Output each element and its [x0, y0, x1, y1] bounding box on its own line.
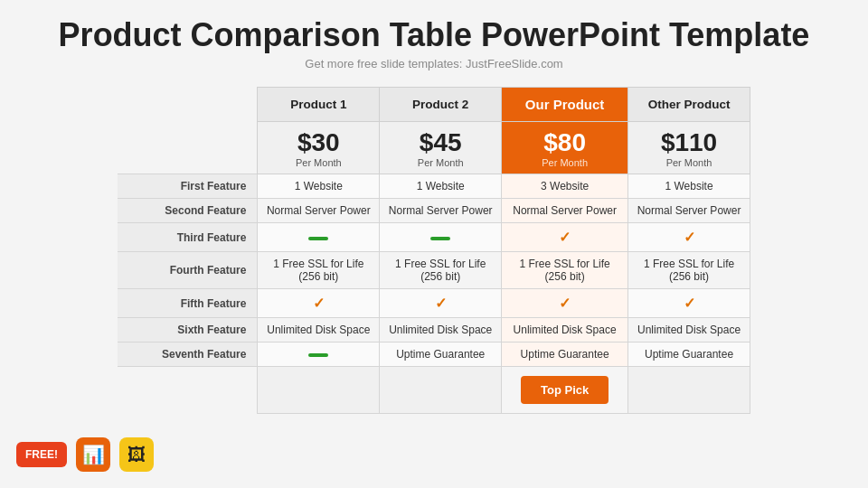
cell-text: Uptime Guarantee — [645, 348, 733, 361]
feature-our-product: 1 Free SSL for Life (256 bit) — [502, 252, 628, 289]
feature-other-product: Unlimited Disk Space — [628, 318, 750, 343]
cell-text: Normal Server Power — [267, 204, 371, 217]
page-title: Product Comparison Table PowerPoint Temp… — [59, 16, 810, 53]
top-pick-button[interactable]: Top Pick — [521, 376, 609, 404]
feature-other-product: 1 Website — [628, 174, 750, 199]
feature-label: Third Feature — [118, 223, 258, 252]
price-amount-our: $80 — [507, 129, 622, 157]
feature-other-product: 1 Free SSL for Life (256 bit) — [628, 252, 750, 289]
bottom-label-col — [118, 367, 258, 414]
header-product1: Product 1 — [258, 88, 380, 122]
check-icon: ✓ — [559, 296, 571, 311]
cell-text: Unlimited Disk Space — [267, 324, 370, 336]
comparison-table-wrapper: Product 1 Product 2 Our Product Other Pr… — [118, 87, 750, 414]
page-wrapper: Product Comparison Table PowerPoint Temp… — [0, 0, 868, 488]
page-subtitle: Get more free slide templates: JustFreeS… — [305, 57, 562, 70]
cell-text: 1 Website — [417, 180, 465, 192]
cell-text: Normal Server Power — [513, 204, 617, 217]
feature-our-product: ✓ — [502, 223, 628, 252]
bottom-product2 — [380, 367, 502, 414]
header-label-col — [118, 88, 258, 122]
bottom-row: Top Pick — [118, 367, 750, 414]
feature-our-product: ✓ — [502, 289, 628, 318]
check-icon: ✓ — [559, 230, 571, 245]
feature-label: Fifth Feature — [118, 289, 258, 318]
feature-product2: Unlimited Disk Space — [380, 318, 502, 343]
price-amount-product1: $30 — [263, 129, 373, 157]
price-period-product2: Per Month — [385, 157, 495, 168]
feature-product1: Normal Server Power — [258, 199, 380, 223]
cell-text: Uptime Guarantee — [396, 348, 485, 361]
price-other-product: $110 Per Month — [628, 122, 750, 174]
footer-icons: FREE! 📊 🖼 — [16, 437, 154, 472]
feature-row: Seventh Feature Uptime Guarantee Uptime … — [118, 343, 750, 367]
feature-row: Third Feature ✓ ✓ — [118, 223, 750, 252]
feature-row: Fifth Feature ✓ ✓ ✓ ✓ — [118, 289, 750, 318]
dash-icon — [308, 237, 328, 240]
feature-product2: Normal Server Power — [380, 199, 502, 223]
feature-product2: Uptime Guarantee — [380, 343, 502, 367]
bottom-our-product[interactable]: Top Pick — [502, 367, 628, 414]
cell-text: 1 Free SSL for Life (256 bit) — [273, 258, 363, 283]
check-icon: ✓ — [435, 296, 447, 311]
price-product2: $45 Per Month — [380, 122, 502, 174]
feature-product1: Unlimited Disk Space — [258, 318, 380, 343]
price-period-product1: Per Month — [263, 157, 373, 168]
check-icon: ✓ — [313, 296, 325, 311]
feature-row: Sixth Feature Unlimited Disk Space Unlim… — [118, 318, 750, 343]
slides-icon: 🖼 — [119, 437, 154, 472]
feature-product2: ✓ — [380, 289, 502, 318]
feature-label: Seventh Feature — [118, 343, 258, 367]
feature-product1: 1 Free SSL for Life (256 bit) — [258, 252, 380, 289]
dash-icon — [430, 237, 450, 240]
feature-label: Sixth Feature — [118, 318, 258, 343]
free-badge: FREE! — [16, 442, 67, 467]
price-product1: $30 Per Month — [258, 122, 380, 174]
feature-product1: ✓ — [258, 289, 380, 318]
header-product2: Product 2 — [380, 88, 502, 122]
feature-product2: 1 Website — [380, 174, 502, 199]
feature-label: First Feature — [118, 174, 258, 199]
cell-text: 1 Free SSL for Life (256 bit) — [644, 258, 734, 283]
price-row: $30 Per Month $45 Per Month $80 Per Mont… — [118, 122, 750, 174]
feature-other-product: ✓ — [628, 289, 750, 318]
feature-label: Fourth Feature — [118, 252, 258, 289]
check-icon: ✓ — [684, 230, 695, 245]
price-our-product: $80 Per Month — [502, 122, 628, 174]
cell-text: 3 Website — [541, 180, 589, 192]
check-icon: ✓ — [684, 296, 695, 311]
cell-text: Unlimited Disk Space — [637, 324, 741, 336]
feature-product2 — [380, 223, 502, 252]
cell-text: 1 Free SSL for Life (256 bit) — [519, 258, 609, 283]
feature-label: Second Feature — [118, 199, 258, 223]
cell-text: 1 Website — [295, 180, 343, 192]
feature-row: First Feature 1 Website 1 Website 3 Webs… — [118, 174, 750, 199]
feature-our-product: Unlimited Disk Space — [502, 318, 628, 343]
header-other-product: Other Product — [628, 88, 750, 122]
bottom-product1 — [258, 367, 380, 414]
powerpoint-icon: 📊 — [76, 437, 110, 472]
feature-our-product: Uptime Guarantee — [502, 343, 628, 367]
feature-other-product: ✓ — [628, 223, 750, 252]
price-amount-product2: $45 — [385, 129, 495, 157]
cell-text: 1 Website — [665, 180, 712, 192]
feature-other-product: Normal Server Power — [628, 199, 750, 223]
comparison-table: Product 1 Product 2 Our Product Other Pr… — [118, 87, 750, 414]
bottom-other-product — [628, 367, 750, 414]
feature-product1 — [258, 343, 380, 367]
price-amount-other: $110 — [634, 129, 744, 157]
feature-other-product: Uptime Guarantee — [628, 343, 750, 367]
feature-row: Second Feature Normal Server Power Norma… — [118, 199, 750, 223]
feature-our-product: 3 Website — [502, 174, 628, 199]
cell-text: Normal Server Power — [389, 204, 493, 217]
cell-text: Normal Server Power — [637, 204, 741, 217]
price-label-col — [118, 122, 258, 174]
price-period-other: Per Month — [634, 157, 744, 168]
feature-product1 — [258, 223, 380, 252]
cell-text: Unlimited Disk Space — [389, 324, 492, 336]
cell-text: Uptime Guarantee — [521, 348, 609, 361]
feature-row: Fourth Feature 1 Free SSL for Life (256 … — [118, 252, 750, 289]
dash-icon — [308, 353, 328, 357]
cell-text: Unlimited Disk Space — [514, 324, 617, 336]
header-row: Product 1 Product 2 Our Product Other Pr… — [118, 88, 750, 122]
